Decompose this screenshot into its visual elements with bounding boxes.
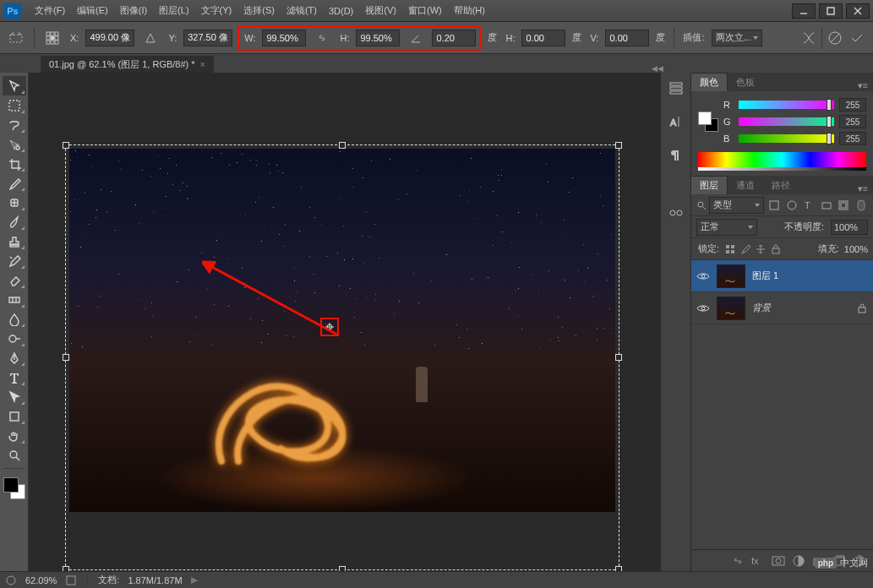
- paragraph-panel-icon[interactable]: [666, 145, 686, 166]
- filter-adjust-icon[interactable]: [785, 198, 799, 213]
- filter-shape-icon[interactable]: [820, 198, 834, 213]
- layer-name[interactable]: 图层 1: [752, 270, 868, 282]
- rotation-field[interactable]: 0.20: [432, 30, 476, 46]
- hskew-field[interactable]: 0.00: [521, 30, 565, 46]
- handle-tl[interactable]: [63, 142, 69, 149]
- expose-icon[interactable]: [65, 574, 77, 586]
- history-panel-icon[interactable]: [666, 78, 686, 98]
- interpolation-dropdown[interactable]: 两次立...: [712, 30, 762, 46]
- dodge-tool[interactable]: [3, 329, 26, 348]
- tab-channels[interactable]: 通道: [728, 177, 763, 194]
- lasso-tool[interactable]: [3, 115, 26, 134]
- eraser-tool[interactable]: [3, 270, 26, 290]
- blur-tool[interactable]: [3, 309, 26, 329]
- commit-transform-icon[interactable]: [846, 27, 868, 49]
- blend-mode-dropdown[interactable]: 正常: [696, 219, 757, 236]
- layers-panel-menu-icon[interactable]: ▾≡: [853, 183, 873, 194]
- menu-help[interactable]: 帮助(H): [448, 2, 491, 19]
- transform-bbox[interactable]: [65, 144, 619, 570]
- link-layers-icon[interactable]: [731, 554, 745, 568]
- menu-image[interactable]: 图像(I): [114, 2, 153, 19]
- history-brush-tool[interactable]: [3, 251, 26, 270]
- layer-thumbnail[interactable]: [717, 297, 745, 320]
- b-value[interactable]: 255: [839, 132, 866, 145]
- r-value[interactable]: 255: [839, 98, 866, 112]
- h-field[interactable]: 99.50%: [356, 30, 400, 46]
- fill-field[interactable]: 100%: [844, 244, 868, 254]
- menu-window[interactable]: 窗口(W): [402, 2, 448, 19]
- menu-filter[interactable]: 滤镜(T): [281, 2, 323, 19]
- marquee-tool[interactable]: [3, 95, 26, 115]
- reference-point-icon[interactable]: [41, 27, 63, 49]
- visibility-icon[interactable]: [696, 270, 710, 283]
- adjustments-panel-icon[interactable]: [666, 203, 686, 223]
- lock-paint-icon[interactable]: [739, 243, 751, 255]
- panel-collapse-icon[interactable]: ◀◀: [652, 64, 663, 73]
- w-field[interactable]: 99.50%: [262, 30, 306, 46]
- close-button[interactable]: [846, 3, 870, 19]
- tab-layers[interactable]: 图层: [691, 176, 728, 194]
- color-panel-menu-icon[interactable]: ▾≡: [853, 80, 873, 91]
- crop-tool[interactable]: [3, 154, 26, 173]
- adjustment-icon[interactable]: [792, 554, 805, 568]
- maximize-button[interactable]: [819, 3, 843, 19]
- eyedropper-tool[interactable]: [3, 173, 26, 193]
- visibility-icon[interactable]: [696, 302, 710, 315]
- g-value[interactable]: 255: [839, 115, 866, 128]
- move-tool[interactable]: [3, 76, 26, 95]
- link-icon[interactable]: [311, 27, 333, 49]
- y-field[interactable]: 327.50 像: [183, 30, 232, 46]
- layer-thumbnail[interactable]: [717, 264, 745, 288]
- canvas-area[interactable]: [29, 73, 660, 571]
- menu-3d[interactable]: 3D(D): [323, 3, 359, 19]
- mask-icon[interactable]: [772, 554, 785, 568]
- document-close-icon[interactable]: ×: [200, 59, 205, 69]
- shape-tool[interactable]: [3, 406, 26, 426]
- menu-layer[interactable]: 图层(L): [153, 2, 194, 19]
- healing-tool[interactable]: [3, 193, 26, 212]
- character-panel-icon[interactable]: A: [666, 112, 686, 132]
- menu-file[interactable]: 文件(F): [29, 2, 71, 19]
- brush-tool[interactable]: [3, 212, 26, 231]
- cancel-transform-icon[interactable]: [824, 27, 846, 49]
- pen-tool[interactable]: [3, 348, 26, 368]
- opacity-field[interactable]: 100%: [831, 220, 868, 235]
- x-field[interactable]: 499.00 像: [85, 30, 134, 46]
- minimize-button[interactable]: [792, 3, 816, 19]
- color-fgbg-icon[interactable]: [698, 112, 718, 132]
- handle-ml[interactable]: [63, 354, 69, 361]
- lock-pos-icon[interactable]: [755, 243, 767, 255]
- vskew-field[interactable]: 0.00: [605, 30, 649, 46]
- tab-color[interactable]: 颜色: [691, 73, 728, 91]
- color-swatch[interactable]: [3, 477, 25, 499]
- hand-tool[interactable]: [3, 426, 26, 445]
- tab-swatches[interactable]: 色板: [728, 74, 763, 91]
- filter-smart-icon[interactable]: [837, 198, 851, 213]
- stamp-tool[interactable]: [3, 231, 26, 251]
- color-spectrum[interactable]: [698, 152, 866, 167]
- menu-type[interactable]: 文字(Y): [195, 2, 238, 19]
- path-select-tool[interactable]: [3, 387, 26, 406]
- g-slider[interactable]: [739, 117, 834, 126]
- handle-mr[interactable]: [615, 354, 622, 361]
- zoom-level[interactable]: 62.09%: [25, 575, 57, 585]
- filter-kind-dropdown[interactable]: 类型: [709, 197, 764, 214]
- handle-tr[interactable]: [615, 142, 622, 149]
- gradient-tool[interactable]: [3, 290, 26, 309]
- fx-icon[interactable]: fx: [751, 554, 765, 568]
- delta-icon[interactable]: [139, 27, 161, 49]
- layer-row[interactable]: 图层 1: [691, 260, 873, 292]
- lock-trans-icon[interactable]: [724, 243, 736, 255]
- tab-paths[interactable]: 路径: [763, 177, 799, 194]
- filter-toggle[interactable]: [854, 198, 869, 213]
- b-slider[interactable]: [739, 134, 834, 143]
- handle-tm[interactable]: [339, 142, 346, 149]
- lock-all-icon[interactable]: [770, 243, 782, 255]
- type-tool[interactable]: [3, 368, 26, 387]
- menu-edit[interactable]: 编辑(E): [71, 2, 114, 19]
- zoom-tool[interactable]: [3, 445, 26, 465]
- r-slider[interactable]: [739, 101, 834, 109]
- menu-view[interactable]: 视图(V): [359, 2, 402, 19]
- layer-row[interactable]: 背景: [691, 292, 873, 324]
- layer-name[interactable]: 背景: [752, 302, 849, 314]
